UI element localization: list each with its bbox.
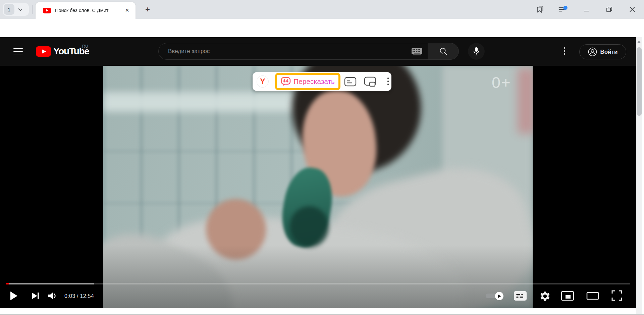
overlay-pip-button[interactable] <box>364 76 376 87</box>
theater-mode-button[interactable] <box>586 292 599 300</box>
minimize-icon <box>582 5 590 13</box>
overlay-subtitles-button[interactable] <box>344 77 357 87</box>
search-input[interactable] <box>168 44 399 59</box>
tab-close-button[interactable]: ✕ <box>123 7 131 13</box>
next-icon <box>31 291 40 301</box>
miniplayer-button[interactable] <box>561 291 574 301</box>
play-button[interactable] <box>9 291 19 301</box>
theater-icon <box>586 292 599 300</box>
browser-menu-button[interactable] <box>558 5 568 14</box>
overlay-divider <box>380 76 380 87</box>
sign-in-label: Войти <box>600 49 618 55</box>
tab-strip: 1 Поиск без слов. С Дмит ✕ + <box>0 0 644 19</box>
panels-icon <box>536 5 545 14</box>
voice-search-button[interactable] <box>468 43 485 60</box>
youtube-favicon-icon <box>43 8 51 13</box>
guide-menu-button[interactable] <box>13 48 23 54</box>
miniplayer-icon <box>561 291 574 301</box>
new-tab-button[interactable]: + <box>142 4 153 15</box>
navigation-toolbar: Я www.youtube.com Поиск без слов. С Дмит… <box>0 19 644 37</box>
page-scrollbar[interactable] <box>636 37 642 314</box>
scrollbar-up-arrow[interactable] <box>637 41 641 43</box>
screen-keyboard-button[interactable] <box>412 48 422 57</box>
volume-button[interactable] <box>47 291 58 301</box>
search-icon <box>439 47 448 56</box>
captions-icon <box>514 291 527 301</box>
yandex-logo-button[interactable]: Y <box>257 75 269 88</box>
progress-played <box>6 283 9 284</box>
overlay-more-button[interactable] <box>385 77 391 86</box>
youtube-play-icon <box>36 46 51 57</box>
video-art-pink-blob <box>518 68 533 134</box>
captions-button[interactable] <box>514 291 527 301</box>
youtube-settings-menu-button[interactable] <box>562 47 567 56</box>
overlay-divider <box>360 76 360 87</box>
kebab-icon <box>564 47 565 49</box>
tab-count: 1 <box>4 4 14 15</box>
browser-window: 1 Поиск без слов. С Дмит ✕ + <box>0 0 644 315</box>
subtitles-icon <box>344 77 357 87</box>
side-panels-button[interactable] <box>535 5 545 14</box>
search-field[interactable] <box>158 43 428 60</box>
video-art-chameleon-shade <box>290 206 328 248</box>
microphone-icon <box>472 47 480 56</box>
scrollbar-thumb[interactable] <box>637 47 642 116</box>
sign-in-button[interactable]: Войти <box>579 44 626 59</box>
notification-dot <box>563 6 567 10</box>
quote-bubble-icon <box>281 76 291 87</box>
picture-in-picture-icon <box>364 76 376 87</box>
video-frame[interactable] <box>103 66 533 308</box>
chevron-down-icon <box>18 7 22 11</box>
next-button[interactable] <box>30 291 40 301</box>
volume-icon <box>47 291 58 301</box>
search-button[interactable] <box>428 43 459 60</box>
search-area <box>158 43 459 60</box>
active-tab[interactable]: Поиск без слов. С Дмит ✕ <box>36 2 136 19</box>
tab-title: Поиск без слов. С Дмит <box>55 8 123 13</box>
time-display: 0:03 / 12:54 <box>64 293 94 299</box>
restore-button[interactable] <box>604 5 614 14</box>
fullscreen-button[interactable] <box>611 290 623 301</box>
restore-icon <box>605 5 613 13</box>
tab-counter-button[interactable]: 1 <box>3 3 29 16</box>
fullscreen-icon <box>611 290 623 301</box>
overlay-divider <box>272 76 272 87</box>
keyboard-icon <box>412 48 422 55</box>
video-player: 0+ Y <box>0 66 636 308</box>
play-icon <box>9 291 18 301</box>
video-art-bottom-shade <box>103 245 533 308</box>
autoplay-toggle[interactable] <box>486 292 504 300</box>
retell-label: Пересказать <box>293 77 335 86</box>
menu-with-notification-icon <box>558 5 568 14</box>
person-icon <box>588 47 597 56</box>
progress-buffered <box>6 283 94 284</box>
close-window-button[interactable] <box>627 5 637 14</box>
close-icon <box>628 5 636 13</box>
progress-bar[interactable] <box>6 283 630 284</box>
window-bottom-strip <box>0 308 644 314</box>
age-rating-badge: 0+ <box>492 73 511 92</box>
youtube-logo[interactable]: YouTube <box>36 46 89 57</box>
region-badge: RU <box>82 44 88 49</box>
gear-icon <box>540 291 550 301</box>
yandex-video-overlay-toolbar: Y <box>253 72 391 91</box>
kebab-icon <box>387 77 389 79</box>
retell-button[interactable]: Пересказать <box>275 73 340 90</box>
tabbar-divider <box>32 5 33 14</box>
settings-button[interactable] <box>539 290 550 301</box>
minimize-button[interactable] <box>581 5 591 14</box>
toggle-knob-play-icon <box>495 292 503 300</box>
